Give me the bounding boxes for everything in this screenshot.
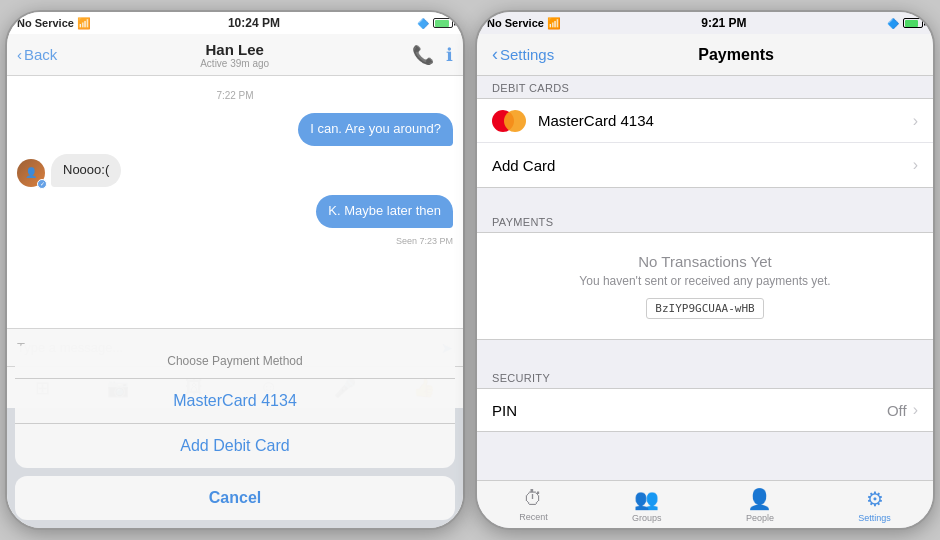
tab-people[interactable]: 👤 People bbox=[746, 487, 774, 523]
right-status-right: 🔷 bbox=[887, 18, 923, 29]
tab-people-label: People bbox=[746, 513, 774, 523]
settings-back-button[interactable]: ‹ Settings bbox=[492, 44, 554, 65]
pin-value: Off bbox=[887, 402, 907, 419]
tab-groups-label: Groups bbox=[632, 513, 662, 523]
tab-recent-label: Recent bbox=[519, 512, 548, 522]
right-carrier: No Service bbox=[487, 17, 544, 29]
app-container: No Service 📶 10:24 PM 🔷 ‹ Back Han Lee A… bbox=[0, 0, 940, 540]
people-icon: 👤 bbox=[747, 487, 772, 511]
section-gap-2 bbox=[477, 340, 933, 362]
add-card-label: Add Card bbox=[492, 157, 913, 174]
right-battery-icon bbox=[903, 18, 923, 28]
mastercard-label: MasterCard 4134 bbox=[538, 112, 913, 129]
cancel-button[interactable]: Cancel bbox=[15, 476, 455, 520]
right-status-left: No Service 📶 bbox=[487, 17, 561, 30]
debit-cards-list: MasterCard 4134 › Add Card › bbox=[477, 98, 933, 188]
right-bluetooth-icon: 🔷 bbox=[887, 18, 899, 29]
mastercard-row[interactable]: MasterCard 4134 › bbox=[477, 99, 933, 143]
payments-nav: ‹ Settings Payments bbox=[477, 34, 933, 76]
payments-section-header: PAYMENTS bbox=[477, 210, 933, 232]
add-debit-card-option[interactable]: Add Debit Card bbox=[15, 424, 455, 468]
tab-groups[interactable]: 👥 Groups bbox=[632, 487, 662, 523]
right-wifi-icon: 📶 bbox=[547, 17, 561, 30]
recent-icon: ⏱ bbox=[523, 487, 543, 510]
back-to-settings-label: Settings bbox=[500, 46, 554, 63]
add-card-chevron: › bbox=[913, 156, 918, 174]
pin-chevron: › bbox=[913, 401, 918, 419]
pin-row[interactable]: PIN Off › bbox=[477, 388, 933, 432]
payments-title: Payments bbox=[554, 46, 918, 64]
transaction-code: BzIYP9GCUAA-wHB bbox=[646, 298, 763, 319]
mastercard-option[interactable]: MasterCard 4134 bbox=[15, 379, 455, 424]
action-sheet-title: Choose Payment Method bbox=[15, 344, 455, 379]
no-transactions-block: No Transactions Yet You haven't sent or … bbox=[477, 232, 933, 340]
tab-settings[interactable]: ⚙ Settings bbox=[858, 487, 891, 523]
add-card-row[interactable]: Add Card › bbox=[477, 143, 933, 187]
groups-icon: 👥 bbox=[634, 487, 659, 511]
tab-recent[interactable]: ⏱ Recent bbox=[519, 487, 548, 522]
right-time: 9:21 PM bbox=[701, 16, 746, 30]
security-header: SECURITY bbox=[477, 366, 933, 388]
action-sheet: Choose Payment Method MasterCard 4134 Ad… bbox=[7, 336, 463, 528]
section-gap-1 bbox=[477, 188, 933, 210]
pin-label: PIN bbox=[492, 402, 887, 419]
right-status-bar: No Service 📶 9:21 PM 🔷 bbox=[477, 12, 933, 34]
chevron-left-icon-2: ‹ bbox=[492, 44, 498, 65]
left-phone: No Service 📶 10:24 PM 🔷 ‹ Back Han Lee A… bbox=[5, 10, 465, 530]
mc-right-circle bbox=[504, 110, 526, 132]
action-sheet-content: Choose Payment Method MasterCard 4134 Ad… bbox=[15, 344, 455, 468]
debit-cards-header: DEBIT CARDS bbox=[477, 76, 933, 98]
no-trans-sub: You haven't sent or received any payment… bbox=[492, 274, 918, 288]
settings-icon: ⚙ bbox=[866, 487, 884, 511]
tab-bar: ⏱ Recent 👥 Groups 👤 People ⚙ Settings bbox=[477, 480, 933, 528]
tab-settings-label: Settings bbox=[858, 513, 891, 523]
mastercard-logo bbox=[492, 110, 526, 132]
mastercard-chevron: › bbox=[913, 112, 918, 130]
no-trans-title: No Transactions Yet bbox=[492, 253, 918, 270]
right-phone: No Service 📶 9:21 PM 🔷 ‹ Settings Paymen… bbox=[475, 10, 935, 530]
payments-content: DEBIT CARDS MasterCard 4134 › Add Card ›… bbox=[477, 76, 933, 480]
